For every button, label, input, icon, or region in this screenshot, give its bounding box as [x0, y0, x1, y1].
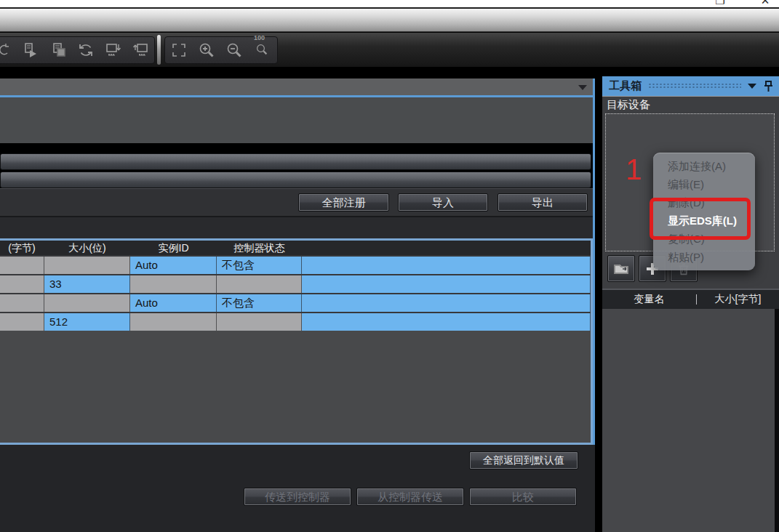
upload-from-device-icon[interactable]: [127, 39, 155, 61]
menu-item-paste: 粘贴(P): [653, 248, 755, 266]
table-top-area: [0, 217, 593, 238]
fit-zoom-icon[interactable]: [165, 39, 193, 61]
zoom-100-label: 100: [254, 34, 265, 41]
menu-item-edit: 编辑(E): [653, 175, 755, 193]
pin-icon[interactable]: [764, 81, 773, 92]
table-row[interactable]: 33: [0, 274, 591, 293]
chevron-down-icon[interactable]: [578, 85, 587, 90]
download-to-device-icon[interactable]: [100, 39, 127, 61]
cell[interactable]: [130, 313, 217, 331]
table-row[interactable]: 512: [0, 312, 591, 331]
cell[interactable]: [0, 257, 44, 274]
import-button[interactable]: 导入: [398, 193, 488, 211]
column-header-size-bits: 大小(位): [44, 241, 130, 255]
cell-controller-status[interactable]: 不包含: [217, 294, 302, 312]
toolbar-group-device: [0, 36, 155, 64]
column-header-variable-name: 变量名: [602, 293, 696, 306]
cell-instance-id[interactable]: Auto: [130, 257, 217, 274]
execute-icon[interactable]: [18, 39, 46, 61]
cell-controller-status[interactable]: 不包含: [217, 257, 302, 274]
toolbox-title: 工具箱: [609, 79, 642, 93]
main-panel-border: [593, 78, 595, 445]
table-row[interactable]: Auto 不包含: [0, 293, 591, 312]
transfer-to-controller-button: 传送到控制器: [244, 488, 351, 506]
cell[interactable]: [0, 275, 44, 293]
column-header-controller-status: 控制器状态: [217, 241, 302, 255]
reset-all-to-default-button[interactable]: 全部返回到默认值: [469, 451, 578, 469]
export-button[interactable]: 导出: [498, 193, 588, 211]
copy-icon[interactable]: [45, 39, 73, 61]
cell[interactable]: [302, 313, 591, 331]
target-device-label: 目标设备: [607, 98, 650, 112]
toolbar-separator: [157, 35, 161, 65]
column-header-size-bytes: 大小[字节]: [697, 293, 779, 306]
title-bar: ❐ ✕: [0, 0, 779, 7]
transfer-from-controller-button: 从控制器传送: [356, 488, 464, 506]
cell[interactable]: [44, 294, 130, 312]
cell[interactable]: [217, 313, 302, 331]
table-header-row: (字节) 大小(位) 实例ID 控制器状态: [0, 241, 591, 255]
chevron-down-icon[interactable]: [748, 84, 756, 89]
table-row[interactable]: Auto 不包含: [0, 255, 591, 274]
variable-table-header: 变量名 大小[字节]: [602, 289, 779, 309]
cell[interactable]: [130, 275, 217, 293]
annotation-highlight-box: [650, 198, 751, 240]
cell[interactable]: [0, 313, 44, 331]
restore-window-icon[interactable]: ❐: [709, 0, 731, 7]
close-window-icon[interactable]: ✕: [754, 0, 776, 7]
section-header-bar-2[interactable]: [0, 172, 591, 188]
cell[interactable]: [0, 294, 44, 312]
cell[interactable]: [302, 294, 591, 312]
zoom-out-icon[interactable]: [220, 39, 248, 61]
annotation-number: 1: [626, 154, 642, 185]
zoom-in-icon[interactable]: [193, 39, 220, 61]
toolbar-group-zoom: 100: [164, 36, 278, 64]
zoom-100-icon[interactable]: 100: [248, 39, 276, 61]
menu-item-add-connection: 添加连接(A): [653, 157, 755, 175]
application-window: ❐ ✕: [0, 0, 779, 532]
cell[interactable]: [302, 257, 591, 274]
compare-button: 比较: [469, 488, 577, 506]
toolbar: 100: [0, 33, 779, 67]
cell-size-bits[interactable]: 512: [44, 313, 130, 331]
cell[interactable]: [44, 257, 130, 274]
variable-table-body: [602, 309, 779, 532]
column-header-extra: [302, 241, 591, 255]
column-header-bytes: (字节): [0, 241, 44, 255]
cell[interactable]: [302, 275, 591, 293]
device-selector-dropdown[interactable]: [0, 78, 593, 95]
column-header-instance-id: 实例ID: [130, 241, 217, 255]
menu-bar: [0, 9, 779, 32]
add-device-folder-button[interactable]: [607, 255, 635, 282]
cell-size-bits[interactable]: 33: [44, 275, 130, 293]
register-all-button[interactable]: 全部注册: [298, 193, 389, 211]
section-header-bar-1[interactable]: [0, 153, 591, 170]
tag-set-table: (字节) 大小(位) 实例ID 控制器状态 Auto 不包含 33 Auto 不…: [0, 238, 593, 445]
partial-icon[interactable]: [0, 39, 18, 61]
cell-instance-id[interactable]: Auto: [130, 294, 217, 312]
scrollbar-track: [775, 309, 779, 532]
cell[interactable]: [217, 275, 302, 293]
toolbox-header[interactable]: 工具箱: [602, 76, 779, 96]
toolbox-dotted-texture: [648, 83, 741, 89]
refresh-icon[interactable]: [73, 39, 100, 61]
upper-panel: [0, 97, 593, 143]
